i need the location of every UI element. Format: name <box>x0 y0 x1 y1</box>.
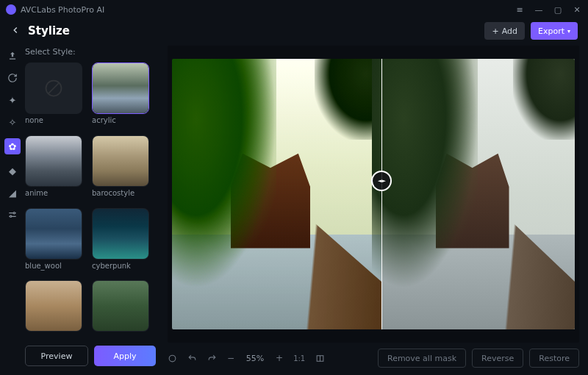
style-none[interactable]: none <box>25 63 86 131</box>
titlebar-left: AVCLabs PhotoPro AI <box>6 4 104 15</box>
preview-original <box>381 59 575 329</box>
none-icon <box>43 78 64 99</box>
svg-point-1 <box>10 215 12 217</box>
compare-icon[interactable] <box>315 354 325 363</box>
canvas-controls: − 55% + 1:1 <box>168 353 325 363</box>
titlebar: AVCLabs PhotoPro AI ≡ — ▢ ✕ <box>0 0 588 19</box>
style-label: anime <box>25 189 86 197</box>
export-button[interactable]: Export ▾ <box>531 22 578 40</box>
restore-button[interactable]: Restore <box>529 349 579 368</box>
preview-compare <box>172 59 575 329</box>
close-icon[interactable]: ✕ <box>572 4 582 15</box>
stylize-icon[interactable]: ✿ <box>4 138 21 154</box>
tool-rail: ✦ ✧ ✿ ◆ ◢ <box>0 43 25 375</box>
svg-point-0 <box>13 213 15 214</box>
ratio-button[interactable]: 1:1 <box>293 354 305 362</box>
style-label: blue_wool <box>25 262 86 270</box>
mask-controls: Remove all mask Reverse Restore <box>378 349 579 368</box>
section-label: Select Style: <box>25 47 156 57</box>
style-label: acrylic <box>92 116 153 124</box>
apply-button[interactable]: Apply <box>94 346 156 366</box>
zoom-value: 55% <box>245 354 265 363</box>
style-label: none <box>25 116 86 124</box>
app-title: AVCLabs PhotoPro AI <box>21 5 104 15</box>
style-extra[interactable] <box>92 280 153 338</box>
paint-icon[interactable]: ◆ <box>7 165 18 176</box>
export-label: Export <box>538 26 564 36</box>
style-thumb-barocostyle[interactable] <box>92 135 149 187</box>
sparkle-icon[interactable]: ✦ <box>7 94 18 106</box>
zoom-in-button[interactable]: + <box>276 353 283 363</box>
undo-icon[interactable] <box>187 354 197 363</box>
remove-mask-button[interactable]: Remove all mask <box>378 349 466 368</box>
window-controls: ≡ — ▢ ✕ <box>514 4 582 15</box>
style-acrylic[interactable]: acrylic <box>92 63 153 131</box>
plus-icon: + <box>492 26 498 36</box>
style-blue-wool[interactable]: blue_wool <box>25 208 86 276</box>
sliders-icon[interactable] <box>7 209 18 221</box>
style-anime[interactable]: anime <box>25 135 86 204</box>
main: ✦ ✧ ✿ ◆ ◢ Select Style: none acrylic ani… <box>0 43 588 375</box>
add-label: Add <box>502 26 517 36</box>
reverse-button[interactable]: Reverse <box>472 349 523 368</box>
topbar-actions: + Add Export ▾ <box>484 22 578 40</box>
page-title: Stylize <box>28 24 70 38</box>
style-thumb-acrylic[interactable] <box>92 63 149 114</box>
chevron-down-icon: ▾ <box>567 28 570 35</box>
style-thumb-anime[interactable] <box>25 135 82 187</box>
style-thumb-cyberpunk[interactable] <box>92 208 149 260</box>
style-extra[interactable] <box>25 280 86 338</box>
style-thumb-none[interactable] <box>25 63 82 114</box>
zoom-out-button[interactable]: − <box>227 353 234 363</box>
puzzle-icon[interactable]: ✧ <box>7 116 18 128</box>
split-divider[interactable] <box>381 59 383 329</box>
menu-icon[interactable]: ≡ <box>514 4 525 15</box>
style-thumb-extra[interactable] <box>25 280 82 332</box>
app-logo-icon <box>6 4 16 15</box>
preview-stylized <box>172 59 381 329</box>
reset-view-icon[interactable] <box>168 354 177 363</box>
style-label: barocostyle <box>92 189 153 197</box>
styles-grid[interactable]: none acrylic anime barocostyle blue_wool… <box>25 63 156 338</box>
svg-point-3 <box>169 355 176 362</box>
style-thumb-blue-wool[interactable] <box>25 208 82 260</box>
minimize-icon[interactable]: — <box>534 4 544 15</box>
style-cyberpunk[interactable]: cyberpunk <box>92 208 153 276</box>
preview-button[interactable]: Preview <box>25 346 88 366</box>
style-barocostyle[interactable]: barocostyle <box>92 135 153 204</box>
canvas-bottombar: − 55% + 1:1 Remove all mask Reverse Rest… <box>168 343 579 368</box>
cut-icon[interactable]: ◢ <box>7 187 18 199</box>
upload-icon[interactable] <box>7 50 18 62</box>
sidebar-actions: Preview Apply <box>25 338 156 375</box>
add-button[interactable]: + Add <box>484 22 525 40</box>
canvas[interactable] <box>168 46 579 343</box>
maximize-icon[interactable]: ▢ <box>553 4 563 15</box>
style-sidebar: Select Style: none acrylic anime barocos… <box>25 43 163 375</box>
style-label: cyberpunk <box>92 262 153 270</box>
split-handle[interactable] <box>371 171 392 191</box>
style-thumb-extra[interactable] <box>92 280 149 332</box>
topbar-left: Stylize <box>10 24 70 38</box>
back-button[interactable] <box>10 25 21 38</box>
topbar: Stylize + Add Export ▾ <box>0 19 588 43</box>
redo-icon[interactable] <box>207 354 217 363</box>
canvas-area: − 55% + 1:1 Remove all mask Reverse Rest… <box>163 43 588 375</box>
refresh-icon[interactable] <box>7 72 18 84</box>
